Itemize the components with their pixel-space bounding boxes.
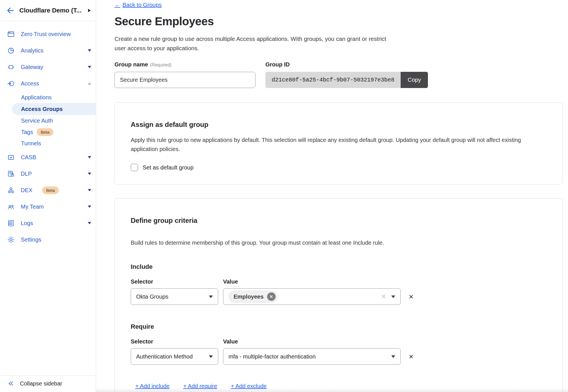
beta-badge: Beta bbox=[42, 186, 59, 194]
page-title: Secure Employees bbox=[115, 15, 563, 28]
sidebar-item-zero-trust-overview[interactable]: Zero Trust overview bbox=[0, 26, 96, 42]
sidebar-item-applications[interactable]: Applications bbox=[0, 92, 96, 103]
require-rule-row: Authentication Method mfa - multiple-fac… bbox=[131, 348, 547, 365]
sidebar-item-analytics[interactable]: Analytics bbox=[0, 42, 96, 59]
sidebar-item-dlp[interactable]: DLP bbox=[0, 165, 96, 182]
set-default-group-row: Set as default group bbox=[131, 164, 547, 171]
app-window: Cloudflare Demo (T... Zero Trust overvie… bbox=[0, 0, 568, 392]
required-note: (Required) bbox=[150, 62, 172, 68]
sidebar-expand-toggle-icon[interactable] bbox=[88, 9, 91, 12]
add-exclude-link[interactable]: + Add exclude bbox=[231, 383, 267, 389]
my-team-icon bbox=[7, 203, 15, 211]
card-title: Define group criteria bbox=[131, 217, 547, 225]
page-description: Create a new rule group to use across mu… bbox=[115, 34, 391, 53]
collapse-sidebar-button[interactable]: Collapse sidebar bbox=[0, 376, 96, 392]
remove-include-rule-icon[interactable]: ✕ bbox=[409, 294, 414, 300]
sidebar-item-label: Service Auth bbox=[21, 118, 53, 124]
sidebar-item-label: Tags bbox=[21, 129, 33, 135]
value-column-label: Value bbox=[223, 338, 238, 345]
require-column-labels: Selector Value bbox=[131, 338, 547, 345]
set-default-group-label: Set as default group bbox=[143, 164, 194, 171]
sidebar-item-dex[interactable]: DEX Beta bbox=[0, 182, 96, 198]
require-value-text: mfa - multiple-factor authentication bbox=[228, 353, 316, 360]
define-group-criteria-card: Define group criteria Build rules to det… bbox=[115, 198, 563, 392]
group-name-field-block: Group name (Required) bbox=[115, 61, 255, 88]
group-name-label: Group name bbox=[115, 61, 148, 68]
chevron-down-icon bbox=[88, 173, 91, 175]
sidebar-item-access[interactable]: Access bbox=[0, 75, 96, 92]
card-title: Assign as default group bbox=[131, 121, 547, 129]
gateway-icon bbox=[7, 63, 15, 71]
chevron-down-icon bbox=[88, 66, 91, 68]
chevron-down-icon bbox=[209, 355, 213, 358]
group-name-input[interactable] bbox=[115, 72, 255, 88]
include-selector-dropdown[interactable]: Okta Groups bbox=[131, 288, 218, 305]
card-description: Apply this rule group to new application… bbox=[131, 135, 547, 154]
sidebar-header: Cloudflare Demo (T... bbox=[0, 0, 96, 21]
card-description: Build rules to determine membership of t… bbox=[131, 238, 547, 247]
sidebar-item-label: Logs bbox=[21, 220, 33, 227]
chevron-up-icon bbox=[88, 82, 91, 85]
back-to-groups-link[interactable]: ←Back to Groups bbox=[115, 2, 162, 8]
chevron-down-icon bbox=[391, 295, 395, 298]
sidebar-item-tunnels[interactable]: Tunnels bbox=[0, 138, 96, 149]
require-selector-dropdown[interactable]: Authentication Method bbox=[131, 348, 218, 365]
add-require-link[interactable]: + Add require bbox=[183, 383, 217, 389]
sidebar-item-label: Applications bbox=[21, 94, 52, 101]
sidebar-item-settings[interactable]: Settings bbox=[0, 231, 96, 248]
sidebar-item-my-team[interactable]: My Team bbox=[0, 198, 96, 215]
chevron-down-icon bbox=[209, 295, 213, 298]
sidebar-item-service-auth[interactable]: Service Auth bbox=[0, 115, 96, 126]
sidebar-item-label: Gateway bbox=[21, 64, 43, 70]
sidebar-item-label: Access bbox=[21, 80, 39, 87]
require-value-dropdown[interactable]: mfa - multiple-factor authentication bbox=[223, 348, 401, 365]
selector-column-label: Selector bbox=[131, 278, 223, 285]
add-include-link[interactable]: + Add include bbox=[135, 383, 170, 389]
clear-value-icon[interactable]: ✕ bbox=[381, 293, 386, 300]
sidebar-item-label: Analytics bbox=[21, 47, 43, 54]
main-content: ←Back to Groups Secure Employees Create … bbox=[96, 0, 568, 392]
sidebar-item-casb[interactable]: CASB bbox=[0, 149, 96, 165]
include-selector-value: Okta Groups bbox=[136, 294, 168, 300]
overview-icon bbox=[7, 30, 15, 38]
include-value-multiselect[interactable]: Employees ✕ ✕ bbox=[223, 288, 401, 305]
include-heading: Include bbox=[131, 263, 547, 271]
collapse-sidebar-label: Collapse sidebar bbox=[20, 380, 62, 387]
chevron-down-icon bbox=[88, 189, 91, 191]
sidebar-item-access-groups[interactable]: Access Groups bbox=[12, 103, 96, 115]
sidebar-item-label: My Team bbox=[21, 204, 44, 210]
back-arrow-icon[interactable] bbox=[6, 6, 15, 15]
add-rule-links: + Add include + Add require + Add exclud… bbox=[135, 383, 547, 389]
sidebar-item-label: Zero Trust overview bbox=[21, 31, 71, 37]
back-arrow-glyph: ← bbox=[115, 2, 120, 8]
selector-column-label: Selector bbox=[131, 338, 223, 345]
include-rule-row: Okta Groups Employees ✕ ✕ ✕ bbox=[131, 288, 547, 305]
dex-icon bbox=[7, 186, 15, 194]
chip-remove-icon[interactable]: ✕ bbox=[267, 292, 276, 301]
beta-badge: Beta bbox=[37, 128, 53, 136]
sidebar-item-logs[interactable]: Logs bbox=[0, 215, 96, 231]
require-heading: Require bbox=[131, 323, 547, 330]
group-id-label: Group ID bbox=[265, 61, 290, 68]
chevron-down-icon bbox=[88, 206, 91, 208]
chevron-down-icon bbox=[88, 222, 91, 224]
account-name: Cloudflare Demo (T... bbox=[19, 7, 84, 14]
group-id-block: Group ID d21ce80f-5a25-4bcf-9b07-5032197… bbox=[265, 61, 428, 88]
sidebar-item-gateway[interactable]: Gateway bbox=[0, 59, 96, 75]
sidebar-item-tags[interactable]: Tags Beta bbox=[0, 126, 96, 138]
chevron-down-icon bbox=[88, 49, 91, 52]
copy-button[interactable]: Copy bbox=[401, 72, 428, 88]
value-column-label: Value bbox=[223, 278, 238, 285]
settings-gear-icon bbox=[7, 236, 15, 244]
collapse-chevrons-icon bbox=[7, 380, 14, 387]
assign-default-group-card: Assign as default group Apply this rule … bbox=[115, 102, 563, 185]
logs-icon bbox=[7, 219, 15, 227]
chevron-down-icon bbox=[88, 156, 91, 158]
casb-icon bbox=[7, 154, 15, 161]
dlp-icon bbox=[7, 170, 15, 178]
chevron-down-icon bbox=[391, 355, 395, 358]
remove-require-rule-icon[interactable]: ✕ bbox=[409, 354, 414, 360]
set-default-group-checkbox[interactable] bbox=[131, 164, 138, 171]
sidebar-item-label: DLP bbox=[21, 171, 32, 177]
value-chip-label: Employees bbox=[234, 294, 264, 300]
